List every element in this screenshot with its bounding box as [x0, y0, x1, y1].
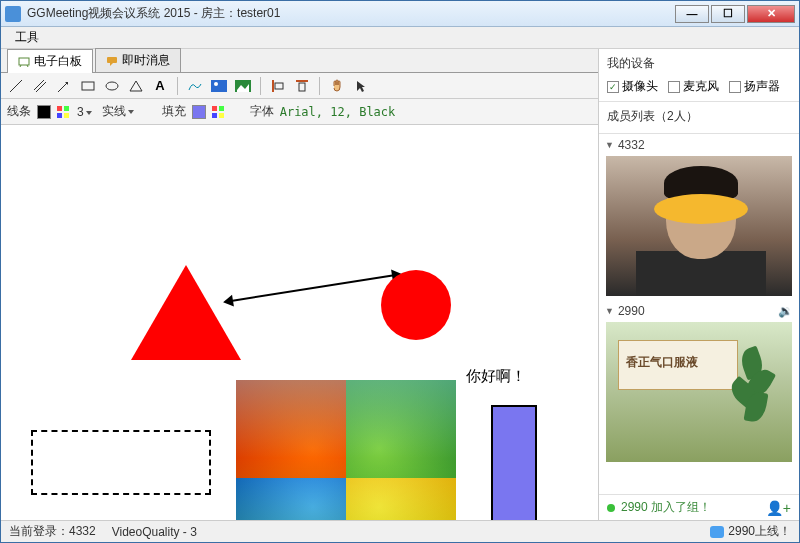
toolbar-shapes: A [1, 73, 598, 99]
tab-whiteboard-label: 电子白板 [34, 53, 82, 70]
whiteboard-icon [18, 56, 30, 68]
font-value[interactable]: Arial, 12, Black [280, 105, 396, 119]
member-row-1[interactable]: ▼ 4332 [599, 134, 799, 156]
minimize-button[interactable]: — [675, 5, 709, 23]
status-dot-icon [607, 504, 615, 512]
svg-rect-17 [57, 106, 62, 111]
checkbox-mic[interactable]: 麦克风 [668, 78, 719, 95]
chat-icon [106, 55, 118, 67]
svg-rect-22 [219, 106, 224, 111]
line-grid-icon[interactable] [57, 106, 69, 118]
svg-rect-8 [82, 82, 94, 90]
body: 电子白板 即时消息 A [1, 49, 799, 520]
line-style-dropdown[interactable]: 实线 [100, 103, 136, 120]
line-width-dropdown[interactable]: 3 [75, 105, 94, 119]
app-icon [5, 6, 21, 22]
close-button[interactable]: ✕ [747, 5, 795, 23]
mic-indicator-icon: 🔉 [778, 304, 793, 318]
svg-rect-10 [211, 80, 227, 92]
svg-rect-20 [64, 113, 69, 118]
svg-rect-16 [299, 83, 305, 91]
notify-join-text: 2990 加入了组！ [621, 499, 711, 516]
font-label: 字体 [250, 103, 274, 120]
line-color-swatch[interactable] [37, 105, 51, 119]
svg-point-9 [106, 82, 118, 90]
svg-line-4 [10, 80, 22, 92]
svg-rect-24 [219, 113, 224, 118]
fill-grid-icon[interactable] [212, 106, 224, 118]
statusbar: 当前登录：4332 VideoQuality - 3 2990上线！ [1, 520, 799, 542]
status-online: 2990上线！ [728, 523, 791, 540]
tool-text[interactable]: A [151, 77, 169, 95]
menubar: 工具 [1, 27, 799, 49]
svg-rect-3 [107, 57, 117, 63]
tool-align-top[interactable] [293, 77, 311, 95]
devices-section: 我的设备 ✓摄像头 麦克风 扬声器 [599, 49, 799, 102]
line-label: 线条 [7, 103, 31, 120]
left-pane: 电子白板 即时消息 A [1, 49, 599, 520]
shape-filled-rect[interactable] [491, 405, 537, 520]
tool-arrow[interactable] [55, 77, 73, 95]
tool-triangle[interactable] [127, 77, 145, 95]
svg-rect-21 [212, 106, 217, 111]
member-row-2[interactable]: ▼ 2990 🔉 [599, 300, 799, 322]
fill-color-swatch[interactable] [192, 105, 206, 119]
shape-circle[interactable] [381, 270, 451, 340]
tool-image-green[interactable] [234, 77, 252, 95]
tab-strip: 电子白板 即时消息 [1, 49, 598, 73]
video2-box-text: 香正气口服液 [626, 354, 698, 371]
image-windows-logo[interactable] [236, 380, 456, 520]
tool-pointer[interactable] [352, 77, 370, 95]
svg-rect-18 [64, 106, 69, 111]
collapse-icon: ▼ [605, 140, 614, 150]
whiteboard-canvas[interactable]: 你好啊！ [1, 125, 598, 520]
shape-triangle[interactable] [131, 265, 241, 360]
devices-title: 我的设备 [607, 55, 791, 72]
shape-arrow[interactable] [231, 274, 394, 302]
svg-rect-14 [275, 83, 283, 89]
checkbox-camera[interactable]: ✓摄像头 [607, 78, 658, 95]
tab-chat[interactable]: 即时消息 [95, 48, 181, 72]
svg-point-11 [214, 82, 218, 86]
tool-align-left[interactable] [269, 77, 287, 95]
notify-join: 2990 加入了组！ 👤+ [599, 494, 799, 520]
right-pane: 我的设备 ✓摄像头 麦克风 扬声器 成员列表（2人） ▼ 4332 ▼ 2990 [599, 49, 799, 520]
separator [260, 77, 261, 95]
svg-rect-19 [57, 113, 62, 118]
member-name: 4332 [618, 138, 645, 152]
video-feed-1[interactable] [606, 156, 792, 296]
fill-label: 填充 [162, 103, 186, 120]
svg-rect-0 [19, 58, 29, 65]
tab-chat-label: 即时消息 [122, 52, 170, 69]
shape-dashed-rect[interactable] [31, 430, 211, 495]
menu-tools[interactable]: 工具 [7, 27, 47, 48]
separator [319, 77, 320, 95]
tool-line[interactable] [7, 77, 25, 95]
separator [177, 77, 178, 95]
toolbar-style: 线条 3 实线 填充 字体 Arial, 12, Black [1, 99, 598, 125]
status-video-quality: VideoQuality - 3 [112, 525, 197, 539]
app-window: GGMeeting视频会议系统 2015 - 房主：tester01 — ☐ ✕… [0, 0, 800, 543]
text-hello[interactable]: 你好啊！ [466, 367, 526, 386]
titlebar-text: GGMeeting视频会议系统 2015 - 房主：tester01 [27, 5, 673, 22]
svg-rect-23 [212, 113, 217, 118]
titlebar[interactable]: GGMeeting视频会议系统 2015 - 房主：tester01 — ☐ ✕ [1, 1, 799, 27]
tool-ellipse[interactable] [103, 77, 121, 95]
tab-whiteboard[interactable]: 电子白板 [7, 49, 93, 73]
checkbox-speaker[interactable]: 扬声器 [729, 78, 780, 95]
members-section-header: 成员列表（2人） [599, 102, 799, 134]
tool-hand[interactable] [328, 77, 346, 95]
tool-rect[interactable] [79, 77, 97, 95]
status-login: 当前登录：4332 [9, 523, 96, 540]
maximize-button[interactable]: ☐ [711, 5, 745, 23]
video-feed-2[interactable]: 香正气口服液 [606, 322, 792, 462]
tool-double-line[interactable] [31, 77, 49, 95]
member-name: 2990 [618, 304, 645, 318]
collapse-icon: ▼ [605, 306, 614, 316]
chat-bubble-icon [710, 526, 724, 538]
tool-freehand[interactable] [186, 77, 204, 95]
members-title: 成员列表（2人） [607, 108, 791, 125]
add-user-icon[interactable]: 👤+ [766, 500, 791, 516]
tool-image-blue[interactable] [210, 77, 228, 95]
